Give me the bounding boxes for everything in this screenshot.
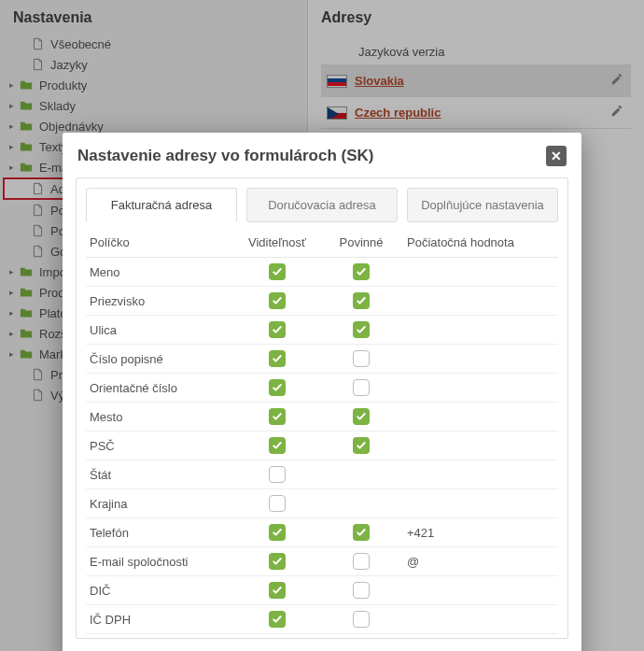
required-checkbox[interactable] [353,350,370,367]
table-row: Ulica [86,316,558,345]
field-name: E-mail spoločnosti [86,547,235,576]
initial-value [403,432,558,460]
required-checkbox[interactable] [353,292,370,309]
field-name: IČ DPH [86,605,235,634]
required-checkbox[interactable] [353,524,370,541]
tab[interactable]: Doplňujúce nastavenia [407,188,558,222]
table-row: Meno [86,258,558,287]
modal-overlay: Nastavenie adresy vo formulároch (SK) ✕ … [0,0,644,651]
col-required: Povinné [319,228,403,258]
visibility-checkbox[interactable] [269,263,286,280]
col-initial: Počiatočná hodnota [403,228,558,258]
initial-value [403,345,558,374]
modal-title: Nastavenie adresy vo formulároch (SK) [77,147,546,165]
required-checkbox[interactable] [353,611,370,628]
table-row: Priezvisko [86,287,558,316]
visibility-checkbox[interactable] [269,292,286,309]
table-row: Číslo popisné [86,345,558,374]
initial-value [403,403,558,432]
visibility-checkbox[interactable] [269,379,286,396]
required-checkbox[interactable] [353,408,370,425]
table-row: Štát [86,460,558,489]
field-name: Orientačné číslo [86,374,235,403]
visibility-checkbox[interactable] [269,611,286,628]
close-button[interactable]: ✕ [546,146,567,166]
initial-value [403,605,558,634]
initial-value [403,576,558,605]
table-row: Telefón+421 [86,518,558,547]
visibility-checkbox[interactable] [269,466,286,483]
field-name: Ulica [86,316,235,345]
tab[interactable]: Doručovacia adresa [246,188,398,222]
modal: Nastavenie adresy vo formulároch (SK) ✕ … [63,133,581,651]
field-name: Krajina [86,489,235,518]
table-row: Mesto [86,403,558,432]
visibility-checkbox[interactable] [269,408,286,425]
table-row: Krajina [86,489,558,518]
table-row: IČ DPH [86,605,558,634]
col-field: Políčko [86,228,235,258]
table-row: Orientačné číslo [86,374,558,403]
field-name: DIČ [86,576,235,605]
field-name: PSČ [86,432,235,460]
required-checkbox[interactable] [353,263,370,280]
initial-value: +421 [403,518,558,547]
table-row: E-mail spoločnosti@ [86,547,558,576]
required-checkbox[interactable] [353,321,370,338]
initial-value [403,460,558,489]
initial-value [403,374,558,403]
visibility-checkbox[interactable] [269,350,286,367]
table-row: PSČ [86,432,558,460]
visibility-checkbox[interactable] [269,495,286,512]
field-name: Meno [86,258,235,287]
initial-value [403,258,558,287]
address-fields-table: Políčko Viditeľnosť Povinné Počiatočná h… [86,228,558,634]
initial-value [403,489,558,518]
initial-value [403,316,558,345]
visibility-checkbox[interactable] [269,553,286,570]
tab[interactable]: Fakturačná adresa [86,188,237,222]
field-name: Štát [86,460,235,489]
visibility-checkbox[interactable] [269,524,286,541]
initial-value [403,287,558,316]
modal-tabs: Fakturačná adresaDoručovacia adresaDoplň… [86,188,558,222]
field-name: Číslo popisné [86,345,235,374]
required-checkbox[interactable] [353,437,370,454]
field-name: Mesto [86,403,235,432]
initial-value: @ [403,547,558,576]
required-checkbox[interactable] [353,582,370,599]
required-checkbox[interactable] [353,553,370,570]
field-name: Telefón [86,518,235,547]
field-name: Priezvisko [86,287,235,316]
visibility-checkbox[interactable] [269,437,286,454]
visibility-checkbox[interactable] [269,582,286,599]
visibility-checkbox[interactable] [269,321,286,338]
table-row: DIČ [86,576,558,605]
required-checkbox[interactable] [353,379,370,396]
col-visibility: Viditeľnosť [235,228,319,258]
